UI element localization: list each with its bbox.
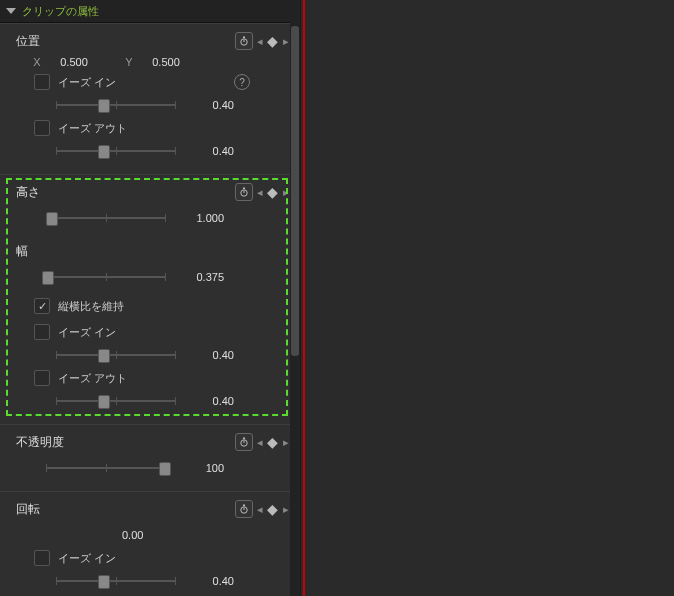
- svg-rect-7: [243, 438, 245, 440]
- x-value[interactable]: 0.500: [44, 56, 104, 68]
- scale-ease-in-slider[interactable]: [56, 348, 176, 362]
- ease-in-label: イーズ イン: [58, 75, 116, 90]
- svg-rect-4: [243, 188, 245, 190]
- rotation-ease-in-checkbox[interactable]: [34, 550, 50, 566]
- collapse-triangle-icon[interactable]: [6, 8, 16, 14]
- aspect-label: 縦横比を維持: [58, 299, 124, 314]
- prev-keyframe-icon[interactable]: ◂: [255, 186, 264, 199]
- scale-ease-in-checkbox[interactable]: [34, 324, 50, 340]
- add-keyframe-icon[interactable]: ◆: [266, 502, 279, 516]
- svg-rect-1: [243, 37, 245, 39]
- next-keyframe-icon[interactable]: ▸: [281, 186, 290, 199]
- section-title-width: 幅: [16, 243, 290, 260]
- aspect-checkbox[interactable]: [34, 298, 50, 314]
- height-value[interactable]: 1.000: [184, 212, 224, 224]
- section-title-rotation: 回転: [16, 501, 235, 518]
- add-keyframe-icon[interactable]: ◆: [266, 185, 279, 199]
- opacity-slider[interactable]: [46, 461, 166, 475]
- opacity-value[interactable]: 100: [184, 462, 224, 474]
- ease-out-slider[interactable]: [56, 144, 176, 158]
- add-keyframe-icon[interactable]: ◆: [266, 34, 279, 48]
- prev-keyframe-icon[interactable]: ◂: [255, 503, 264, 516]
- ease-out-label: イーズ アウト: [58, 121, 127, 136]
- height-slider[interactable]: [46, 211, 166, 225]
- rotation-ease-in-slider[interactable]: [56, 574, 176, 588]
- svg-rect-10: [243, 505, 245, 507]
- panel-title: クリップの属性: [22, 4, 99, 19]
- prev-keyframe-icon[interactable]: ◂: [255, 436, 264, 449]
- section-rotation: 回転 ◂ ◆ ▸ 0.00 イーズ イン 0.40: [0, 491, 300, 596]
- section-height: 高さ ◂ ◆ ▸ 1.000: [0, 174, 300, 241]
- scale-ease-out-slider[interactable]: [56, 394, 176, 408]
- rotation-value[interactable]: 0.00: [122, 529, 143, 541]
- section-opacity: 不透明度 ◂ ◆ ▸ 100: [0, 424, 300, 491]
- prev-keyframe-icon[interactable]: ◂: [255, 35, 264, 48]
- help-icon[interactable]: ?: [234, 74, 250, 90]
- scale-ease-in-label: イーズ イン: [58, 325, 116, 340]
- section-width: 幅 0.375 縦横比を維持 イーズ イン: [0, 241, 300, 424]
- scale-ease-out-checkbox[interactable]: [34, 370, 50, 386]
- properties-panel: クリップの属性 位置 ◂ ◆ ▸ X 0.500 Y 0.500: [0, 0, 301, 596]
- next-keyframe-icon[interactable]: ▸: [281, 436, 290, 449]
- width-slider[interactable]: [46, 270, 166, 284]
- y-label: Y: [122, 56, 136, 68]
- ease-in-value[interactable]: 0.40: [194, 99, 234, 111]
- next-keyframe-icon[interactable]: ▸: [281, 35, 290, 48]
- rotation-ease-in-label: イーズ イン: [58, 551, 116, 566]
- vertical-scrollbar[interactable]: [290, 22, 300, 596]
- panel-header[interactable]: クリップの属性: [0, 0, 300, 23]
- timeline-area[interactable]: [301, 0, 674, 596]
- section-title-opacity: 不透明度: [16, 434, 235, 451]
- scale-ease-out-value[interactable]: 0.40: [194, 395, 234, 407]
- scale-ease-out-label: イーズ アウト: [58, 371, 127, 386]
- add-keyframe-icon[interactable]: ◆: [266, 435, 279, 449]
- scrollbar-thumb[interactable]: [291, 26, 299, 356]
- next-keyframe-icon[interactable]: ▸: [281, 503, 290, 516]
- stopwatch-button[interactable]: [235, 32, 253, 50]
- section-position: 位置 ◂ ◆ ▸ X 0.500 Y 0.500 イーズ イン ?: [0, 23, 300, 174]
- ease-out-checkbox[interactable]: [34, 120, 50, 136]
- stopwatch-button[interactable]: [235, 183, 253, 201]
- stopwatch-button[interactable]: [235, 500, 253, 518]
- width-value[interactable]: 0.375: [184, 271, 224, 283]
- ease-out-value[interactable]: 0.40: [194, 145, 234, 157]
- y-value[interactable]: 0.500: [136, 56, 196, 68]
- stopwatch-button[interactable]: [235, 433, 253, 451]
- ease-in-slider[interactable]: [56, 98, 176, 112]
- section-title-position: 位置: [16, 33, 235, 50]
- ease-in-checkbox[interactable]: [34, 74, 50, 90]
- scale-ease-in-value[interactable]: 0.40: [194, 349, 234, 361]
- section-title-height: 高さ: [16, 184, 235, 201]
- x-label: X: [30, 56, 44, 68]
- rotation-ease-in-value[interactable]: 0.40: [194, 575, 234, 587]
